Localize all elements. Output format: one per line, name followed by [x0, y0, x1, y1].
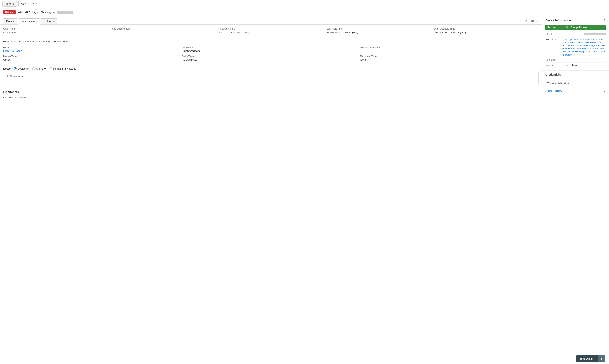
stat-last-alert: Last Alert Time 23/02/2024, 16:15:27 (IS… — [323, 27, 431, 34]
problem-area-label: Problem Area: — [182, 46, 360, 49]
take-action-button[interactable]: Take Action ▲ — [576, 355, 605, 358]
open-from-value: 4d 3h 54m — [3, 31, 104, 34]
partner-row: Partner : OpsRamp Partner — [545, 25, 606, 30]
stat-open-from: Open From 4d 3h 54m — [3, 27, 108, 34]
resource-type-field: Resource Type: Other — [360, 55, 539, 61]
problem-area-field: Problem Area: HighRAMUsage — [182, 46, 360, 52]
tab-details[interactable]: Details — [3, 18, 17, 24]
alert-updated-label: Alert Updated Time — [434, 27, 535, 30]
alert-history-section: Alert History ⌄ — [542, 87, 609, 95]
tab-incidents[interactable]: Incidents — [41, 18, 57, 24]
bottom-bar: Take Action ▲ — [0, 353, 609, 358]
tabs-bar: Details Alerts History Incidents >_ ▩ △ — [0, 16, 542, 25]
comments-title: Comments — [3, 90, 539, 94]
resource-row: Resource : http://prometheus:9090/graph?… — [545, 37, 606, 57]
device-info-title: Device Information — [545, 19, 571, 22]
tab-alerts-history[interactable]: Alerts History — [18, 18, 40, 25]
take-action-arrow-icon[interactable]: ▲ — [598, 355, 605, 358]
alert-history-header[interactable]: Alert History ⌄ — [542, 87, 609, 95]
resource-type-label: Resource Type: — [360, 55, 539, 58]
entity-type-label: Entity Type: — [182, 55, 360, 58]
resource-value[interactable]: : http://prometheus:9090/graph?g0.expr=1… — [562, 38, 606, 56]
device-info-header[interactable]: Device Information ⌃ — [542, 16, 609, 25]
alerts-label: Alerts — [5, 2, 11, 5]
radio-client-circle — [32, 67, 35, 70]
credentials-chevron: ⌃ — [603, 73, 606, 76]
first-alert-label: First Alert Time — [219, 27, 320, 30]
tabs-left: Details Alerts History Incidents — [3, 18, 57, 24]
radio-device-circle — [14, 67, 17, 70]
terminal-icon[interactable]: >_ — [526, 19, 529, 23]
take-action-label: Take Action — [576, 355, 598, 358]
notes-empty-text: No Notes found. — [6, 75, 25, 78]
stat-total-occurrences: Total Occurrences 7 — [108, 27, 216, 34]
top-nav: Alerts ↻ Alert ID: 22 ✕ — [0, 0, 609, 8]
alert-history-title: Alert History — [545, 89, 562, 92]
no-comment-text: No Comment exists — [3, 96, 539, 99]
open-from-label: Open From — [3, 27, 104, 30]
tabs-icons: >_ ▩ △ — [526, 19, 539, 24]
source-value: : Prometheus — [562, 64, 606, 67]
main-layout: Details Alerts History Incidents >_ ▩ △ … — [0, 16, 609, 358]
source-key: Source — [545, 64, 562, 67]
metric-value[interactable]: HighRAMUsage — [3, 50, 182, 52]
content-area: Details Alerts History Incidents >_ ▩ △ … — [0, 16, 542, 358]
notes-box: No Notes found. — [3, 72, 539, 84]
close-icon[interactable]: ✕ — [35, 3, 37, 5]
stats-row: Open From 4d 3h 54m Total Occurrences 7 … — [0, 25, 542, 37]
alert-condition: RAM usage on 192.168.64.19:9100 is great… — [3, 40, 539, 43]
partner-key: Partner — [547, 26, 564, 29]
notes-section: Notes Device (0) Client (0) Remai — [0, 64, 542, 87]
monitor-desc-field: Monitor Description: — [360, 46, 539, 52]
client-row: Client : — [545, 32, 606, 37]
credentials-header[interactable]: Credentials ⌃ — [542, 71, 609, 79]
alert-id-label: Alert ID: 22 — [21, 2, 34, 5]
alert-info: RAM usage on 192.168.64.19:9100 is great… — [0, 37, 542, 64]
problem-area-value: HighRAMUsage — [182, 50, 360, 52]
device-info-table: Partner : OpsRamp Partner Client : Resou… — [542, 25, 609, 70]
credentials-empty-text: No credentials found. — [545, 81, 570, 84]
alert-history-chevron: ⌄ — [603, 89, 606, 92]
device-type-field: Device Type: Other — [3, 55, 182, 61]
monitor-desc-label: Monitor Description: — [360, 46, 539, 49]
total-occ-label: Total Occurrences — [111, 27, 212, 30]
notes-radio-group: Device (0) Client (0) Remaining Notes (0… — [14, 67, 77, 70]
radio-device-label: Device (0) — [17, 67, 29, 70]
device-type-value: Other — [3, 58, 182, 61]
alert-header: Critical Alert #22 High RAM usage on — [0, 8, 609, 16]
metric-field: Metric: HighRAMUsage — [3, 46, 182, 52]
device-info-chevron: ⌃ — [603, 19, 606, 22]
notes-header: Notes Device (0) Client (0) Remai — [3, 67, 539, 70]
device-info-section: Device Information ⌃ Partner : OpsRamp P… — [542, 16, 609, 71]
right-sidebar: Device Information ⌃ Partner : OpsRamp P… — [542, 16, 609, 358]
radio-device-dot — [15, 68, 16, 69]
first-alert-value: 23/02/2024, 12:05:43 (IST) — [219, 31, 320, 34]
last-alert-label: Last Alert Time — [327, 27, 428, 30]
alerts-tab[interactable]: Alerts ↻ — [2, 1, 17, 7]
package-key: Package — [545, 58, 562, 61]
stat-first-alert: First Alert Time 23/02/2024, 12:05:43 (I… — [216, 27, 323, 34]
radio-device[interactable]: Device (0) — [14, 67, 29, 70]
total-occ-value[interactable]: 7 — [111, 31, 212, 34]
entity-type-field: Entity Type: RESOURCE — [182, 55, 360, 61]
network-icon[interactable]: △ — [536, 19, 539, 23]
radio-remaining[interactable]: Remaining Notes (0) — [50, 67, 77, 70]
credentials-content: No credentials found. — [542, 79, 609, 87]
device-type-label: Device Type: — [3, 55, 182, 58]
last-alert-value: 23/02/2024, 16:15:27 (IST) — [327, 31, 428, 34]
credentials-title: Credentials — [545, 73, 561, 76]
alert-description: High RAM usage on — [32, 11, 73, 14]
radio-remaining-circle — [50, 67, 52, 70]
alert-number: Alert #22 — [18, 11, 30, 14]
radio-client[interactable]: Client (0) — [32, 67, 47, 70]
refresh-icon[interactable]: ↻ — [13, 3, 15, 5]
entity-type-value: RESOURCE — [182, 58, 360, 61]
comments-section: Comments No Comment exists — [0, 87, 542, 102]
info-grid: Metric: HighRAMUsage Problem Area: HighR… — [3, 46, 539, 61]
client-value-masked — [584, 33, 606, 36]
ip-masked — [57, 11, 73, 14]
radio-client-label: Client (0) — [36, 67, 47, 70]
monitor-icon[interactable]: ▩ — [531, 19, 534, 23]
alert-id-tab[interactable]: Alert ID: 22 ✕ — [18, 1, 39, 7]
package-separator: : — [562, 58, 606, 61]
